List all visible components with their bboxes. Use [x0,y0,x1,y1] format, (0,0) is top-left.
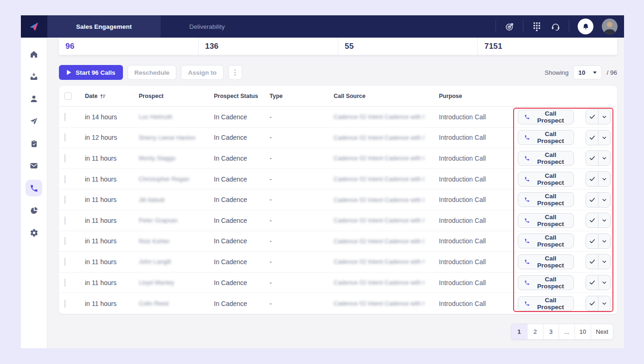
table-row: in 12 hours Sherry Leese Hanlon In Caden… [59,128,617,149]
call-prospect-button[interactable]: Call Prospect [518,275,574,290]
mark-done-button[interactable] [586,296,598,311]
call-prospect-button[interactable]: Call Prospect [518,254,574,269]
column-header-call-source[interactable]: Call Source [334,93,439,99]
stat-value: 96 [65,42,74,51]
assign-to-button[interactable]: Assign to [181,65,224,80]
cell-prospect-name[interactable]: John Langill [139,258,214,265]
more-outcomes-button[interactable] [598,296,610,311]
call-prospect-button[interactable]: Call Prospect [518,213,574,228]
page-size-dropdown[interactable]: 10 [573,65,602,79]
cell-prospect-name[interactable]: Monty Staggs [139,155,214,162]
call-prospect-button[interactable]: Call Prospect [518,234,574,248]
pagination-page-button[interactable]: ... [559,324,574,339]
call-outcome-split-button [586,171,611,187]
column-header-type[interactable]: Type [270,93,334,99]
cell-prospect-name[interactable]: Sherry Leese Hanlon [139,134,214,141]
row-checkbox[interactable] [64,113,65,121]
call-prospect-button[interactable]: Call Prospect [518,192,574,207]
call-prospect-button[interactable]: Call Prospect [518,151,574,166]
cell-prospect-name[interactable]: Peter Grapsas [139,217,214,224]
mark-done-button[interactable] [586,234,598,248]
select-all-checkbox[interactable] [64,92,72,100]
mark-done-button[interactable] [586,110,598,124]
more-outcomes-button[interactable] [598,193,610,207]
sidebar-item-home[interactable] [26,46,42,63]
more-outcomes-button[interactable] [598,151,610,165]
mark-done-button[interactable] [586,213,598,228]
mark-done-button[interactable] [586,130,598,145]
mark-done-button[interactable] [586,151,598,165]
column-header-prospect-status[interactable]: Prospect Status [214,93,270,99]
column-header-date[interactable]: Date [85,93,139,99]
column-header-prospect[interactable]: Prospect [139,93,214,99]
mark-done-button[interactable] [586,172,598,186]
reschedule-button[interactable]: Reschedule [128,65,177,80]
more-outcomes-button[interactable] [598,234,610,248]
row-checkbox[interactable] [64,175,65,183]
phone-icon [524,114,530,120]
mark-done-button[interactable] [586,193,598,207]
more-outcomes-button[interactable] [598,172,610,186]
sidebar-item-calls[interactable] [26,180,42,196]
pagination-page-button[interactable]: 3 [543,324,559,339]
cell-prospect-status: In Cadence [214,155,270,162]
sidebar-item-reports[interactable] [26,202,42,219]
dialpad-icon[interactable] [532,21,542,32]
mark-done-button[interactable] [586,275,598,290]
more-outcomes-button[interactable] [598,275,610,290]
sidebar-item-cadences[interactable] [26,113,42,130]
cell-prospect-name[interactable]: Lloyd Manley [139,279,214,286]
call-prospect-button[interactable]: Call Prospect [518,110,574,124]
row-checkbox[interactable] [64,299,65,308]
call-prospect-button[interactable]: Call Prospect [518,130,574,145]
sidebar-item-tasks[interactable] [26,135,42,152]
row-checkbox[interactable] [64,279,65,287]
more-outcomes-button[interactable] [598,110,610,124]
cell-prospect-name[interactable]: Jill Abbott [139,196,214,203]
start-calls-button[interactable]: Start 96 Calls [59,65,123,80]
stat-card[interactable]: 7151 [477,38,617,55]
column-header-purpose[interactable]: Purpose [439,93,518,99]
pagination-page-button[interactable]: 2 [527,324,543,339]
tab-sales-engagement[interactable]: Sales Engagement [47,15,161,38]
row-checkbox[interactable] [64,216,65,225]
pagination-page-button[interactable]: 1 [511,324,527,339]
check-icon [589,134,596,141]
row-checkbox[interactable] [64,258,65,266]
cell-prospect-name[interactable]: Christopher Regan [139,176,214,182]
sidebar-item-inbox[interactable] [26,68,42,85]
row-checkbox[interactable] [64,154,65,162]
cell-type: - [270,176,334,183]
headset-icon[interactable] [550,21,560,32]
row-checkbox[interactable] [64,237,65,245]
notification-bell-icon[interactable] [578,19,593,34]
cell-prospect-name[interactable]: Colin Reed [139,300,214,307]
stat-card[interactable]: 136 [198,38,338,55]
sidebar-item-emails[interactable] [26,157,42,174]
tab-deliverability[interactable]: Deliverability [161,15,254,38]
pagination-next-button[interactable]: Next [591,324,613,339]
cell-prospect-name[interactable]: Luc Helmuth [139,113,214,120]
user-avatar[interactable] [602,19,618,34]
row-checkbox[interactable] [64,195,65,204]
call-prospect-button[interactable]: Call Prospect [518,296,574,311]
stat-card[interactable]: 55 [338,38,477,55]
cell-prospect-status: In Cadence [214,300,270,307]
cell-prospect-name[interactable]: Rick Kohler [139,238,214,245]
stat-card[interactable]: 96 [59,38,198,55]
more-actions-button[interactable]: ⋮ [228,65,242,80]
goal-target-icon[interactable] [504,21,515,32]
table-row: in 11 hours Christopher Regan In Cadence… [59,169,617,190]
sort-ascending-icon[interactable] [100,93,106,99]
more-outcomes-button[interactable] [598,130,610,145]
check-icon [589,113,596,120]
sidebar-item-prospects[interactable] [26,91,42,107]
pagination-page-button[interactable]: 10 [574,324,591,339]
row-checkbox[interactable] [64,133,65,142]
more-outcomes-button[interactable] [598,254,610,269]
call-prospect-button[interactable]: Call Prospect [518,172,574,187]
app-logo[interactable] [21,15,47,38]
more-outcomes-button[interactable] [598,213,610,228]
mark-done-button[interactable] [586,254,598,269]
sidebar-item-settings[interactable] [26,224,42,241]
